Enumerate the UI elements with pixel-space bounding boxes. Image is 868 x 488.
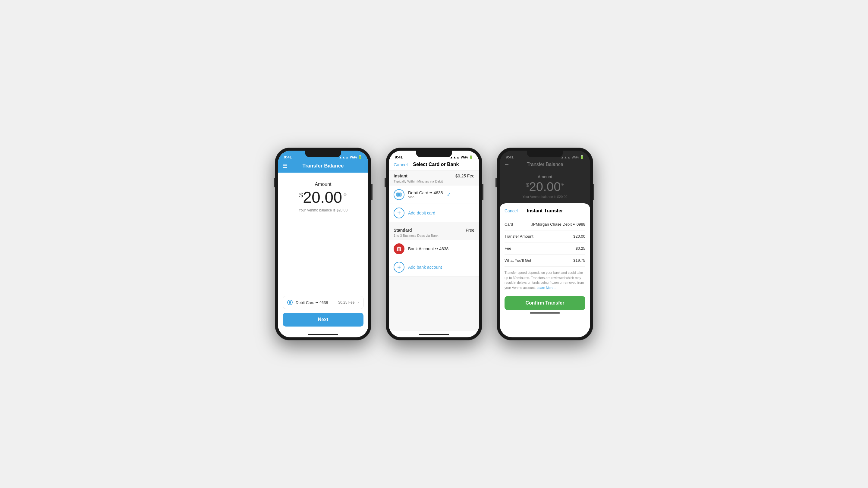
card-label: Card [504,222,513,227]
phone-2: 9:41 ▲▲▲ WiFi 🔋 Cancel Select Card or Ba… [386,148,482,340]
transfer-amount-value: $20.00 [573,234,585,238]
transfer-amount-label: Transfer Amount [504,234,533,238]
clear-icon[interactable]: ⊗ [343,192,347,197]
debit-card-item[interactable]: Debit Card •• 4638 Visa ✓ [389,186,479,204]
signal-icon: ▲▲▲ [339,156,349,159]
instant-sublabel: Typically Within Minutes via Debit [389,180,479,186]
wifi-icon-3: WiFi [572,156,579,159]
phone-3: 9:41 ▲▲▲ WiFi 🔋 ☰ Transfer Balance Amoun… [497,148,593,340]
home-indicator-3 [504,310,585,316]
menu-icon[interactable]: ☰ [283,163,287,169]
confirm-transfer-button[interactable]: Confirm Transfer [504,296,585,310]
time-1: 9:41 [284,155,292,159]
amount-number: 20.00 [303,190,342,205]
fee-row: Fee $0.25 [504,242,585,255]
modal-title: Instant Transfer [525,208,565,214]
standard-section-header: Standard Free [389,225,479,234]
clear-icon-3: ⊗ [561,182,564,187]
payment-fee: $0.25 Fee [338,300,354,304]
radio-selected [287,300,293,305]
bank-logo [394,243,404,254]
notch-3 [527,151,563,157]
get-row: What You'll Get $19.75 [504,255,585,267]
bank-account-name: Bank Account •• 4638 [408,247,474,251]
amount-display: $ 20.00 ⊗ [299,190,347,205]
status-icons-3: ▲▲▲ WiFi 🔋 [561,155,584,159]
add-bank-icon: + [394,262,404,272]
time-2: 9:41 [395,155,403,159]
home-indicator-2 [389,331,479,337]
standard-fee: Free [466,228,474,233]
status-icons-1: ▲▲▲ WiFi 🔋 [339,155,362,159]
screen1-content: Amount $ 20.00 ⊗ Your Venmo balance is $… [278,173,368,291]
cancel-button-2[interactable]: Cancel [394,162,408,167]
time-3: 9:41 [506,155,514,159]
battery-icon: 🔋 [358,155,362,159]
phone-1: 9:41 ▲▲▲ WiFi 🔋 ☰ Transfer Balance Amoun… [275,148,371,340]
dollar-sign-3: $ [526,182,529,188]
debit-card-sub: Visa [408,195,443,199]
battery-icon-2: 🔋 [469,155,473,159]
battery-icon-3: 🔋 [580,155,584,159]
screen3-header: ☰ Transfer Balance [500,161,590,170]
screen2-title: Select Card or Bank [412,162,459,167]
next-button[interactable]: Next [283,313,364,327]
screen1-footer: Debit Card •• 4638 $0.25 Fee › Next [278,291,368,331]
modal-sheet: Cancel Instant Transfer Card JPMorgan Ch… [500,203,590,337]
add-debit-label: Add debit card [408,210,435,216]
instant-label: Instant [394,173,407,178]
svg-rect-4 [400,248,401,251]
home-indicator-1 [278,331,368,337]
svg-rect-6 [396,251,402,251]
fee-value: $0.25 [575,246,585,251]
screen2-header: Cancel Select Card or Bank [389,161,479,170]
modal-cancel-button[interactable]: Cancel [504,208,525,213]
amount-label-3: Amount [538,174,552,179]
svg-rect-2 [397,248,398,251]
add-bank-label: Add bank account [408,265,442,270]
screen3-title: Transfer Balance [527,162,563,167]
svg-rect-3 [399,248,400,251]
wifi-icon: WiFi [350,156,357,159]
menu-icon-3[interactable]: ☰ [504,162,509,167]
modal-header: Cancel Instant Transfer [504,208,585,214]
instant-section-header: Instant $0.25 Fee [389,170,479,180]
check-icon: ✓ [447,191,451,198]
signal-icon-2: ▲▲▲ [450,156,460,159]
learn-more-link[interactable]: Learn More... [536,286,556,290]
bank-account-item[interactable]: Bank Account •• 4638 [389,240,479,258]
home-bar-1 [308,334,338,335]
modal-note: Transfer speed depends on your bank and … [504,267,585,294]
signal-icon-3: ▲▲▲ [561,156,570,159]
payment-method-label: Debit Card •• 4638 [296,300,335,305]
screen3-dark-content: Amount $ 20.00 ⊗ Your Venmo balance is $… [500,170,590,203]
add-debit-item[interactable]: + Add debit card [389,204,479,222]
svg-point-1 [398,193,402,197]
notch-1 [305,151,341,157]
screen1-header: ☰ Transfer Balance [278,161,368,173]
standard-label: Standard [394,228,412,233]
radio-inner [289,301,291,304]
dollar-sign: $ [299,191,303,199]
balance-dark: Your Venmo balance is $20.00 [523,195,567,198]
notch-2 [416,151,452,157]
balance-text: Your Venmo balance is $20.00 [299,208,347,213]
add-bank-item[interactable]: + Add bank account [389,258,479,276]
status-icons-2: ▲▲▲ WiFi 🔋 [450,155,473,159]
payment-method-row[interactable]: Debit Card •• 4638 $0.25 Fee › [283,296,364,309]
amount-number-3: 20.00 [529,181,561,193]
svg-marker-5 [396,247,402,248]
get-value: $19.75 [573,258,585,263]
standard-sublabel: 1 to 3 Business Days via Bank [389,234,479,240]
debit-card-info: Debit Card •• 4638 Visa [408,190,443,199]
home-bar-2 [419,334,449,335]
fee-label: Fee [504,246,511,251]
add-debit-icon: + [394,207,404,218]
debit-card-name: Debit Card •• 4638 [408,190,443,195]
card-row: Card JPMorgan Chase Debit •• 0988 [504,218,585,230]
transfer-amount-row: Transfer Amount $20.00 [504,230,585,242]
instant-fee: $0.25 Fee [456,173,474,178]
card-value: JPMorgan Chase Debit •• 0988 [531,222,585,227]
amount-label: Amount [315,182,331,187]
wifi-icon-2: WiFi [461,156,468,159]
